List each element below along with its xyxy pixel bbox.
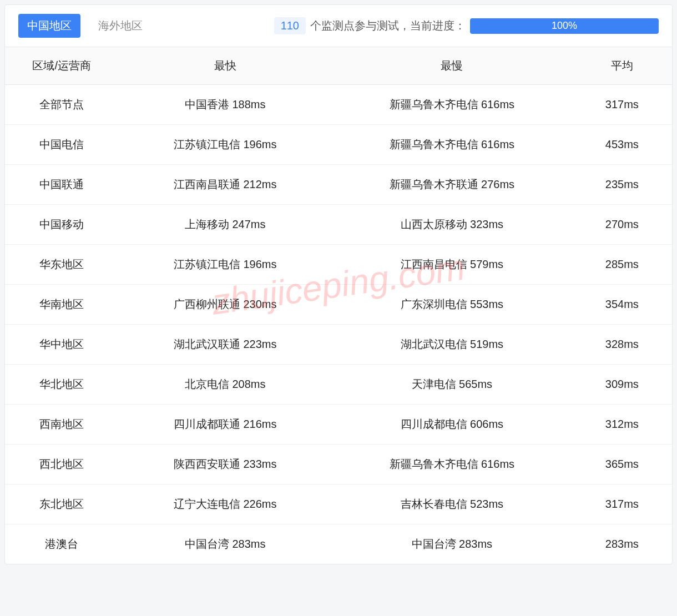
table-row: 中国联通 江西南昌联通 212ms 新疆乌鲁木齐联通 276ms 235ms xyxy=(5,165,672,205)
header-bar: 中国地区 海外地区 110 个监测点参与测试，当前进度： 100% xyxy=(5,5,672,47)
table-row: 华北地区 北京电信 208ms 天津电信 565ms 309ms xyxy=(5,365,672,405)
cell-average: 317ms xyxy=(572,85,672,125)
cell-fastest: 中国台湾 283ms xyxy=(118,524,332,564)
cell-fastest: 上海移动 247ms xyxy=(118,205,332,245)
table-row: 华南地区 广西柳州联通 230ms 广东深圳电信 553ms 354ms xyxy=(5,285,672,325)
cell-average: 270ms xyxy=(572,205,672,245)
cell-average: 453ms xyxy=(572,125,672,165)
cell-fastest: 中国香港 188ms xyxy=(118,85,332,125)
cell-region: 华中地区 xyxy=(5,325,118,365)
table-row: 中国电信 江苏镇江电信 196ms 新疆乌鲁木齐电信 616ms 453ms xyxy=(5,125,672,165)
table-row: 西南地区 四川成都联通 216ms 四川成都电信 606ms 312ms xyxy=(5,405,672,445)
cell-slowest: 天津电信 565ms xyxy=(332,365,572,405)
cell-slowest: 山西太原移动 323ms xyxy=(332,205,572,245)
cell-slowest: 中国台湾 283ms xyxy=(332,524,572,564)
cell-average: 365ms xyxy=(572,445,672,484)
cell-average: 285ms xyxy=(572,245,672,285)
cell-fastest: 辽宁大连电信 226ms xyxy=(118,484,332,524)
cell-fastest: 湖北武汉联通 223ms xyxy=(118,325,332,365)
cell-region: 西北地区 xyxy=(5,445,118,484)
progress-bar-fill: 100% xyxy=(470,18,659,34)
progress-bar-container: 100% xyxy=(470,18,659,34)
latency-table: 区域/运营商 最快 最慢 平均 全部节点 中国香港 188ms 新疆乌鲁木齐电信… xyxy=(5,47,672,564)
cell-region: 全部节点 xyxy=(5,85,118,125)
cell-region: 华东地区 xyxy=(5,245,118,285)
cell-slowest: 湖北武汉电信 519ms xyxy=(332,325,572,365)
cell-region: 华南地区 xyxy=(5,285,118,325)
cell-fastest: 广西柳州联通 230ms xyxy=(118,285,332,325)
cell-slowest: 广东深圳电信 553ms xyxy=(332,285,572,325)
status-description: 个监测点参与测试，当前进度： xyxy=(310,18,466,33)
table-row: 东北地区 辽宁大连电信 226ms 吉林长春电信 523ms 317ms xyxy=(5,484,672,524)
cell-fastest: 江苏镇江电信 196ms xyxy=(118,125,332,165)
cell-region: 西南地区 xyxy=(5,405,118,445)
table-row: 中国移动 上海移动 247ms 山西太原移动 323ms 270ms xyxy=(5,205,672,245)
cell-fastest: 江西南昌联通 212ms xyxy=(118,165,332,205)
col-fastest-header: 最快 xyxy=(118,47,332,85)
cell-fastest: 江苏镇江电信 196ms xyxy=(118,245,332,285)
cell-slowest: 江西南昌电信 579ms xyxy=(332,245,572,285)
cell-average: 317ms xyxy=(572,484,672,524)
cell-region: 中国移动 xyxy=(5,205,118,245)
cell-fastest: 北京电信 208ms xyxy=(118,365,332,405)
cell-slowest: 新疆乌鲁木齐电信 616ms xyxy=(332,85,572,125)
tab-overseas-region[interactable]: 海外地区 xyxy=(89,14,151,38)
table-body: 全部节点 中国香港 188ms 新疆乌鲁木齐电信 616ms 317ms 中国电… xyxy=(5,85,672,564)
cell-fastest: 四川成都联通 216ms xyxy=(118,405,332,445)
col-region-header: 区域/运营商 xyxy=(5,47,118,85)
cell-slowest: 新疆乌鲁木齐电信 616ms xyxy=(332,125,572,165)
cell-region: 港澳台 xyxy=(5,524,118,564)
table-row: 华东地区 江苏镇江电信 196ms 江西南昌电信 579ms 285ms xyxy=(5,245,672,285)
cell-average: 312ms xyxy=(572,405,672,445)
cell-slowest: 新疆乌鲁木齐联通 276ms xyxy=(332,165,572,205)
cell-slowest: 吉林长春电信 523ms xyxy=(332,484,572,524)
main-panel: 中国地区 海外地区 110 个监测点参与测试，当前进度： 100% 区域/运营商… xyxy=(4,4,673,564)
cell-average: 283ms xyxy=(572,524,672,564)
col-slowest-header: 最慢 xyxy=(332,47,572,85)
cell-region: 中国电信 xyxy=(5,125,118,165)
cell-average: 309ms xyxy=(572,365,672,405)
table-row: 西北地区 陕西西安联通 233ms 新疆乌鲁木齐电信 616ms 365ms xyxy=(5,445,672,484)
cell-slowest: 四川成都电信 606ms xyxy=(332,405,572,445)
cell-average: 328ms xyxy=(572,325,672,365)
monitor-count-badge: 110 xyxy=(274,17,306,34)
cell-average: 235ms xyxy=(572,165,672,205)
cell-region: 东北地区 xyxy=(5,484,118,524)
status-area: 110 个监测点参与测试，当前进度： 100% xyxy=(274,17,659,34)
table-row: 港澳台 中国台湾 283ms 中国台湾 283ms 283ms xyxy=(5,524,672,564)
tab-china-region[interactable]: 中国地区 xyxy=(18,14,80,38)
cell-region: 华北地区 xyxy=(5,365,118,405)
cell-average: 354ms xyxy=(572,285,672,325)
table-row: 全部节点 中国香港 188ms 新疆乌鲁木齐电信 616ms 317ms xyxy=(5,85,672,125)
cell-slowest: 新疆乌鲁木齐电信 616ms xyxy=(332,445,572,484)
table-header-row: 区域/运营商 最快 最慢 平均 xyxy=(5,47,672,85)
col-average-header: 平均 xyxy=(572,47,672,85)
cell-fastest: 陕西西安联通 233ms xyxy=(118,445,332,484)
cell-region: 中国联通 xyxy=(5,165,118,205)
table-row: 华中地区 湖北武汉联通 223ms 湖北武汉电信 519ms 328ms xyxy=(5,325,672,365)
region-tabs: 中国地区 海外地区 xyxy=(18,14,151,38)
